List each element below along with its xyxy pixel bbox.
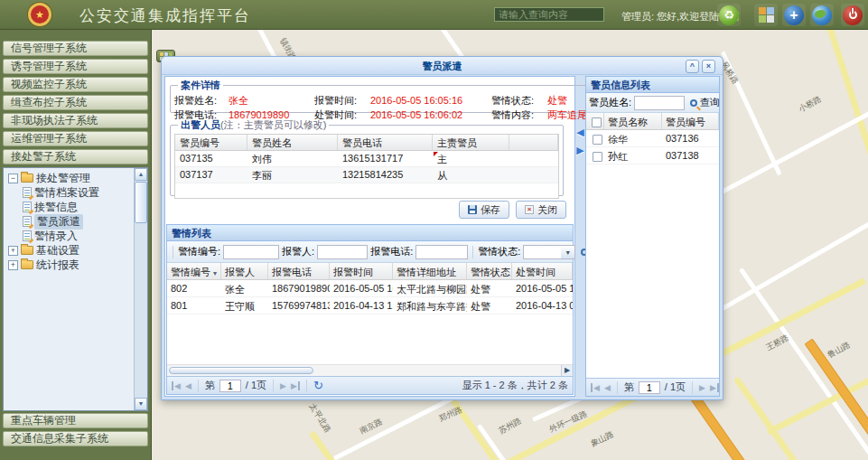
officer-info-panel: 警员信息列表 警员姓名: 查询 警员名称 警员编号 徐华 037136 bbox=[585, 76, 720, 397]
dispatch-officers-grid: 警员编号 警员姓名 警员电话 主责警员 037135 刘伟 1361513171… bbox=[174, 134, 559, 199]
last-page-button[interactable]: ▶ bbox=[291, 381, 300, 390]
cell-report-time: 2016-04-13 12:... bbox=[330, 297, 393, 314]
sidebar-item-traffic-info[interactable]: 交通信息采集子系统 bbox=[3, 431, 148, 446]
column-header[interactable]: 主责警员 bbox=[433, 135, 509, 150]
column-header[interactable]: 报警电话 bbox=[268, 263, 330, 279]
column-header[interactable]: 警员姓名 bbox=[247, 135, 338, 150]
save-button-label: 保存 bbox=[481, 203, 500, 217]
sidebar-item-dispatch-system[interactable]: 接处警子系统 bbox=[3, 149, 148, 164]
table-row[interactable]: 802 张全 18679019890 2016-05-05 16:... 太平北… bbox=[167, 280, 573, 297]
toolbar-separator bbox=[306, 380, 307, 392]
close-button[interactable]: × 关闭 bbox=[516, 201, 566, 219]
table-row[interactable]: 801 王守顺 15769974813 2016-04-13 12:... 郑和… bbox=[167, 297, 573, 314]
prev-page-button[interactable]: ◀ bbox=[185, 381, 191, 390]
cell-status: 处警 bbox=[467, 280, 512, 296]
sidebar-item-patrol[interactable]: 缉查布控子系统 bbox=[3, 95, 148, 110]
column-header[interactable]: 报警时间 bbox=[330, 263, 393, 279]
column-header-sorted[interactable]: 警情编号 ▾ bbox=[167, 263, 221, 279]
cell-lead-flag[interactable]: 从 bbox=[433, 167, 509, 183]
scroll-right-icon[interactable]: ▶ bbox=[561, 365, 573, 376]
status-select-input[interactable] bbox=[523, 245, 561, 259]
sidebar-item-ops[interactable]: 运维管理子系统 bbox=[3, 131, 148, 146]
cell-phone: 15769974813 bbox=[268, 297, 330, 314]
column-header[interactable]: 报警人 bbox=[221, 263, 268, 279]
next-page-button[interactable]: ▶ bbox=[280, 381, 286, 390]
sidebar-item-guidance[interactable]: 诱导管理子系统 bbox=[3, 59, 148, 74]
first-page-button[interactable]: ◀ bbox=[172, 381, 181, 390]
column-header[interactable]: 处警时间 bbox=[512, 263, 573, 279]
tree-node-receive-info[interactable]: 接警信息 bbox=[5, 200, 147, 214]
table-row[interactable]: 孙红 037138 bbox=[586, 147, 719, 164]
field-value: 2016-05-05 16:05:16 bbox=[370, 95, 491, 106]
page-number-input[interactable] bbox=[219, 380, 241, 392]
table-row[interactable]: 徐华 037136 bbox=[586, 130, 719, 147]
table-row[interactable]: 037135 刘伟 13615131717 主 bbox=[175, 151, 558, 167]
scroll-up-icon[interactable]: ▲ bbox=[135, 168, 147, 181]
cell-alert-id: 801 bbox=[167, 297, 221, 314]
tree-node-alert-archive[interactable]: 警情档案设置 bbox=[5, 185, 147, 200]
tree-node-statistics[interactable]: + 统计报表 bbox=[5, 258, 147, 272]
row-checkbox[interactable] bbox=[593, 152, 602, 162]
window-collapse-button[interactable]: ^ bbox=[686, 60, 699, 73]
chevron-down-icon[interactable]: ▼ bbox=[561, 245, 575, 259]
map-road-label: 鲁山路 bbox=[826, 339, 853, 361]
recycle-button[interactable]: ♻ bbox=[717, 4, 741, 26]
tree-node-dispatch-mgmt[interactable]: − 接处警管理 bbox=[5, 171, 147, 185]
officer-search-button[interactable]: 查询 bbox=[687, 96, 723, 109]
next-page-button[interactable]: ▶ bbox=[699, 383, 705, 392]
row-checkbox[interactable] bbox=[593, 135, 602, 145]
prev-page-button[interactable]: ◀ bbox=[604, 383, 611, 392]
transfer-right-button[interactable]: ▶ bbox=[575, 145, 585, 156]
save-button[interactable]: 保存 bbox=[459, 201, 509, 219]
window-close-button[interactable]: × bbox=[702, 60, 715, 73]
toolbar-separator bbox=[617, 381, 618, 394]
column-header[interactable]: 警情状态 bbox=[467, 263, 512, 279]
window-title[interactable]: 警员派遣 bbox=[162, 57, 723, 75]
officer-name-input[interactable] bbox=[634, 96, 685, 110]
sidebar-item-signal[interactable]: 信号管理子系统 bbox=[3, 41, 148, 56]
phone-input[interactable] bbox=[415, 245, 468, 259]
map-road-label: 郑州路 bbox=[437, 404, 464, 425]
column-header[interactable]: 警员电话 bbox=[338, 135, 433, 150]
cell-lead-flag[interactable]: 主 bbox=[433, 151, 509, 166]
scrollbar-thumb[interactable] bbox=[135, 182, 147, 223]
column-header[interactable]: 警情详细地址 bbox=[393, 263, 467, 279]
cell-officer-id: 037138 bbox=[662, 147, 719, 164]
alert-id-input[interactable] bbox=[223, 245, 279, 259]
collapse-minus-icon[interactable]: − bbox=[8, 174, 18, 183]
last-page-button[interactable]: ▶ bbox=[710, 383, 719, 392]
page-number-input[interactable] bbox=[639, 381, 660, 394]
expand-plus-icon[interactable]: + bbox=[8, 246, 18, 256]
officer-search-toolbar: 警员姓名: 查询 bbox=[586, 93, 719, 113]
select-all-checkbox[interactable] bbox=[592, 117, 602, 127]
tree-node-alert-entry[interactable]: 警情录入 bbox=[5, 229, 147, 243]
sidebar-item-key-vehicles[interactable]: 重点车辆管理 bbox=[3, 413, 148, 428]
column-header[interactable]: 警员编号 bbox=[662, 113, 719, 129]
transfer-left-button[interactable]: ◀ bbox=[575, 127, 585, 138]
tree-scrollbar[interactable]: ▲ ▼ bbox=[134, 168, 147, 410]
fieldset-note: (注：主责警员可以修改) bbox=[220, 119, 326, 130]
scroll-down-icon[interactable]: ▼ bbox=[135, 398, 147, 410]
status-select[interactable]: ▼ bbox=[523, 245, 575, 259]
logout-button[interactable] bbox=[841, 4, 864, 26]
tree-node-officer-dispatch[interactable]: 警员派遣 bbox=[5, 214, 147, 229]
scrollbar-thumb[interactable] bbox=[169, 367, 313, 374]
refresh-icon[interactable]: ↻ bbox=[313, 379, 323, 392]
expand-plus-icon[interactable]: + bbox=[8, 260, 18, 270]
global-search-input[interactable] bbox=[494, 7, 604, 22]
add-button[interactable]: + bbox=[782, 4, 806, 26]
map-mode-button[interactable] bbox=[810, 4, 834, 26]
apps-grid-button[interactable] bbox=[754, 4, 778, 26]
column-header[interactable]: 警员编号 bbox=[175, 135, 247, 150]
horizontal-scrollbar[interactable]: ▶ bbox=[167, 364, 573, 376]
first-page-button[interactable]: ◀ bbox=[591, 383, 600, 392]
column-header[interactable]: 警员名称 bbox=[604, 113, 662, 129]
caller-input[interactable] bbox=[317, 245, 368, 259]
sidebar-item-video[interactable]: 视频监控子系统 bbox=[3, 77, 148, 92]
top-header-bar: ★ 公安交通集成指挥平台 管理员: 您好,欢迎登陆使用 ♻ + bbox=[0, 0, 868, 30]
tree-node-basic-settings[interactable]: + 基础设置 bbox=[5, 243, 147, 258]
table-row[interactable]: 037137 李丽 13215814235 从 bbox=[175, 167, 558, 183]
filter-label: 报警人: bbox=[282, 245, 314, 258]
toolbar-separator bbox=[692, 381, 693, 394]
sidebar-item-offsite[interactable]: 非现场执法子系统 bbox=[3, 113, 148, 128]
